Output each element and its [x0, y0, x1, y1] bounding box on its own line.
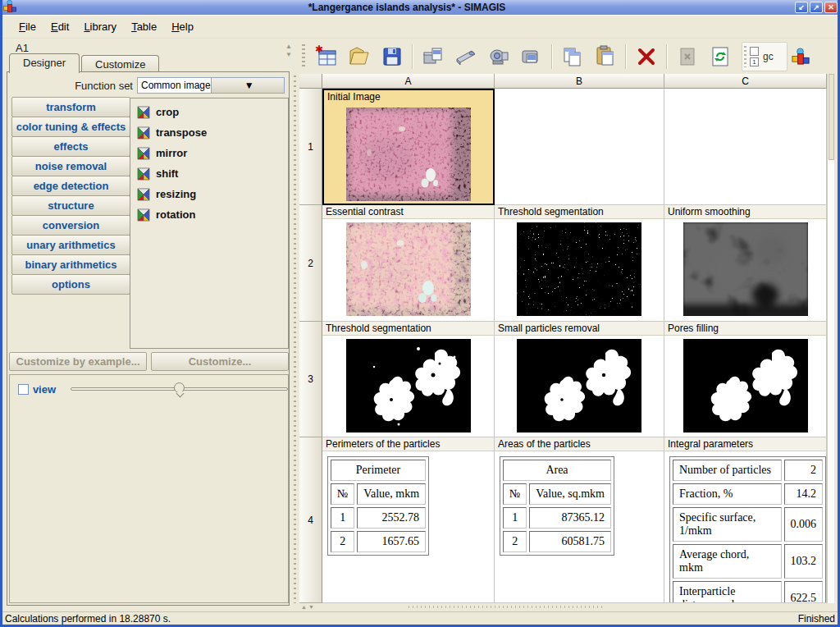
slider-thumb[interactable] — [174, 382, 185, 393]
function-set-dropdown[interactable]: Common image processing ▼ — [137, 77, 285, 94]
toolbar-drag-handle[interactable] — [302, 44, 305, 69]
threshold-blobs-thumbnail[interactable] — [346, 339, 471, 432]
cell-b4[interactable]: Areas of the particles Area № Value, sq.… — [495, 437, 664, 603]
menu-help[interactable]: Help — [164, 18, 201, 35]
cell-a2[interactable]: Essential contrast — [322, 205, 495, 322]
cell-c3[interactable]: Pores filling — [664, 322, 827, 437]
row-header-4[interactable]: 4 — [299, 437, 322, 603]
function-resizing[interactable]: resizing — [130, 184, 288, 204]
cell-c2[interactable]: Uniform smoothing — [664, 205, 827, 322]
refresh-button[interactable] — [704, 41, 737, 72]
column-header-c[interactable]: C — [664, 74, 827, 89]
category-edge-detection[interactable]: edge detection — [11, 176, 130, 196]
close-button[interactable]: ✕ — [824, 2, 838, 13]
grid-corner[interactable] — [299, 74, 322, 89]
cell-c1[interactable] — [664, 89, 827, 205]
cell-c3-label: Pores filling — [664, 322, 826, 336]
new-table-button[interactable]: ✱ — [310, 41, 343, 72]
paste-button[interactable] — [589, 41, 622, 72]
save-button[interactable] — [376, 41, 409, 72]
particles-removed-thumbnail[interactable] — [517, 339, 641, 432]
perimeter-row2-value: 1657.65 — [357, 531, 426, 552]
tab-designer[interactable]: Designer — [9, 53, 80, 73]
layer-one-icon[interactable]: 1 — [750, 57, 759, 66]
customize-by-example-button[interactable]: Customize by example... — [9, 352, 147, 371]
view-zoom-slider[interactable] — [71, 382, 288, 396]
bottom-scroll-strip: ▲▼ — [299, 603, 834, 611]
horizontal-scroll-handle[interactable] — [409, 606, 605, 608]
tab-customize[interactable]: Customize — [81, 55, 159, 72]
function-shift[interactable]: shift — [130, 163, 288, 184]
function-rotation[interactable]: rotation — [130, 204, 288, 225]
threshold-speckle-thumbnail[interactable] — [517, 222, 641, 316]
title-bar[interactable]: *Langergance islands analysis* - SIMAGIS… — [0, 0, 840, 15]
column-header-a[interactable]: A — [322, 74, 495, 89]
perimeter-col2-header: Value, mkm — [357, 483, 426, 505]
customize-button[interactable]: Customize... — [151, 352, 289, 371]
minimize-button[interactable]: ↙ — [795, 2, 808, 13]
capture-button[interactable] — [515, 41, 548, 72]
cell-b2-label: Threshold segmentation — [495, 205, 664, 219]
camera-button[interactable] — [482, 41, 515, 72]
worksheet-grid: A B C 1 Initial Image — [299, 74, 827, 603]
layer-box-icon[interactable] — [750, 47, 759, 56]
row-header-2[interactable]: 2 — [299, 205, 322, 322]
chevron-down-icon[interactable]: ▼ — [211, 78, 285, 93]
column-header-b[interactable]: B — [495, 74, 664, 89]
essential-contrast-thumbnail[interactable] — [346, 222, 471, 316]
delete-button[interactable] — [630, 41, 663, 72]
menu-file[interactable]: File — [11, 18, 43, 35]
restore-button[interactable]: ↗ — [810, 2, 823, 13]
cell-b3[interactable]: Small particles removal — [495, 322, 664, 437]
menu-table[interactable]: Table — [124, 18, 164, 35]
view-checkbox[interactable] — [18, 384, 29, 395]
category-transform[interactable]: transform — [11, 97, 130, 117]
mini-toolbar-drag-handle[interactable] — [744, 46, 746, 67]
status-message: Calculations performed in 18.28870 s. — [5, 613, 171, 625]
category-effects[interactable]: effects — [11, 136, 130, 157]
function-transpose[interactable]: transpose — [130, 122, 288, 143]
function-mirror[interactable]: mirror — [130, 143, 288, 163]
integral-row5-label: Interparticle distance, mkm — [673, 581, 782, 603]
uniform-smoothing-thumbnail[interactable] — [683, 222, 808, 316]
row-header-1[interactable]: 1 — [299, 89, 322, 205]
cell-b1[interactable] — [495, 89, 664, 205]
category-color-tuning[interactable]: color tuning & effects — [11, 117, 130, 137]
cell-b2[interactable]: Threshold segmentation — [495, 205, 664, 322]
category-options[interactable]: options — [11, 274, 130, 295]
scanner-button[interactable] — [450, 41, 482, 72]
vertical-scrollbar-thumb[interactable] — [829, 74, 834, 160]
menu-library[interactable]: Library — [76, 18, 124, 35]
category-structure[interactable]: structure — [11, 195, 130, 216]
row-header-3[interactable]: 3 — [299, 322, 322, 437]
vertical-scrollbar[interactable] — [827, 74, 834, 603]
cell-a3[interactable]: Threshold segmentation — [322, 322, 495, 437]
cell-c4[interactable]: Integral parameters Number of particles … — [664, 437, 827, 603]
gc-label: gc — [763, 51, 774, 62]
category-noise-removal[interactable]: noise removal — [11, 156, 130, 176]
selected-cell-reference: A1 — [16, 42, 29, 54]
remove-function-button[interactable] — [671, 41, 704, 72]
menu-edit[interactable]: Edit — [43, 18, 76, 35]
pores-filled-thumbnail[interactable] — [683, 339, 808, 432]
save-icon — [380, 44, 404, 69]
acquire-device-button[interactable] — [417, 41, 450, 72]
cell-a1[interactable]: Initial Image — [322, 89, 495, 205]
pinwheel-icon — [137, 126, 150, 140]
cell-a2-label: Essential contrast — [322, 205, 494, 219]
function-crop[interactable]: crop — [130, 102, 288, 122]
open-icon — [347, 44, 372, 69]
view-checkbox-label: view — [33, 383, 56, 396]
row-scroll-arrows[interactable]: ▲▼ — [301, 604, 316, 610]
category-conversion[interactable]: conversion — [11, 215, 130, 236]
open-button[interactable] — [343, 41, 376, 72]
initial-image-thumbnail[interactable] — [346, 108, 471, 201]
integral-parameters-table: Number of particles 2 Fraction, % 14.2 S… — [669, 456, 826, 603]
copy-button[interactable] — [556, 41, 589, 72]
category-unary-arithmetics[interactable]: unary arithmetics — [11, 235, 130, 255]
simagis-logo-button[interactable] — [788, 41, 814, 72]
cell-a4[interactable]: Perimeters of the particles Perimeter № … — [322, 437, 495, 603]
panel-splitter[interactable] — [291, 39, 299, 611]
category-binary-arithmetics[interactable]: binary arithmetics — [11, 254, 130, 275]
integral-row2-value: 14.2 — [784, 483, 824, 505]
